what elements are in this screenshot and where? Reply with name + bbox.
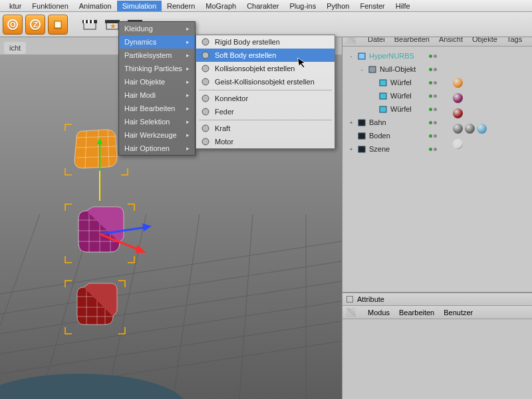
- action-icon: [200, 106, 211, 117]
- attr-menu-modus[interactable]: Modus: [368, 309, 390, 317]
- disclosure-icon[interactable]: -: [358, 66, 365, 72]
- tag-row[interactable]: [453, 106, 487, 120]
- material-ball-icon[interactable]: [453, 108, 463, 118]
- svg-rect-45: [358, 53, 365, 59]
- tool-o-button[interactable]: O: [3, 15, 23, 35]
- disclosure-icon[interactable]: [369, 79, 376, 86]
- svg-point-38: [202, 52, 209, 59]
- menu-item[interactable]: Hair Selektion: [119, 115, 195, 128]
- svg-marker-34: [142, 223, 152, 231]
- tool-clapper-icon[interactable]: [80, 15, 100, 35]
- submenu-item[interactable]: Motor: [196, 135, 334, 148]
- tree-label: Würfel: [390, 92, 412, 100]
- menu-fenster[interactable]: Fenster: [354, 1, 390, 11]
- tree-row[interactable]: -HyperNURBS: [344, 49, 531, 63]
- menu-ktur[interactable]: ktur: [4, 1, 27, 11]
- svg-text:O: O: [10, 21, 16, 29]
- menu-item[interactable]: Thinking Particles: [119, 62, 195, 75]
- menu-plug-ins[interactable]: Plug-ins: [284, 1, 321, 11]
- menu-charakter[interactable]: Charakter: [241, 1, 284, 11]
- material-ball-icon[interactable]: [453, 93, 463, 103]
- tree-row[interactable]: +Bahn: [344, 116, 531, 129]
- menu-funktionen[interactable]: Funktionen: [27, 1, 73, 11]
- tag-row[interactable]: [453, 122, 487, 135]
- menu-item[interactable]: Hair Optionen: [119, 142, 195, 155]
- attribute-title: Attribute: [357, 295, 384, 303]
- material-ball-icon[interactable]: [453, 78, 463, 88]
- menu-mograph[interactable]: MoGraph: [200, 1, 241, 11]
- action-icon: [200, 76, 211, 87]
- menu-python[interactable]: Python: [321, 1, 354, 11]
- menu-hilfe[interactable]: Hilfe: [390, 1, 416, 11]
- material-ball-icon[interactable]: [465, 124, 475, 134]
- submenu-item[interactable]: Soft Body erstellen: [196, 49, 334, 62]
- action-icon: [200, 50, 211, 61]
- svg-rect-7: [84, 20, 86, 23]
- tag-row[interactable]: [453, 91, 487, 104]
- menu-rendern[interactable]: Rendern: [162, 1, 200, 11]
- svg-rect-49: [380, 106, 386, 112]
- tool-z-button[interactable]: Z: [25, 15, 45, 35]
- tree-row[interactable]: Boden: [344, 129, 531, 142]
- attr-menu-benutzer[interactable]: Benutzer: [444, 309, 473, 317]
- menu-item[interactable]: Hair Objekte: [119, 75, 195, 88]
- material-ball-icon[interactable]: [453, 124, 463, 134]
- tree-row[interactable]: +Szene: [344, 142, 531, 156]
- svg-rect-47: [380, 80, 386, 86]
- menu-item[interactable]: Dynamics: [119, 35, 195, 49]
- tag-row[interactable]: [453, 137, 487, 150]
- tree-row[interactable]: Würfel: [344, 76, 531, 89]
- disclosure-icon[interactable]: [348, 132, 354, 139]
- disclosure-icon[interactable]: +: [348, 146, 354, 152]
- svg-point-41: [202, 95, 209, 102]
- submenu-item[interactable]: Kollisionsobjekt erstellen: [196, 62, 334, 75]
- submenu-item[interactable]: Rigid Body erstellen: [196, 35, 334, 49]
- disclosure-icon[interactable]: [369, 92, 376, 99]
- action-icon: [200, 63, 211, 74]
- dynamics-submenu[interactable]: Rigid Body erstellenSoft Body erstellenK…: [196, 35, 335, 149]
- tool-cube-button[interactable]: [48, 15, 68, 35]
- menu-animation[interactable]: Animation: [74, 1, 117, 11]
- svg-point-42: [202, 108, 209, 115]
- menu-item[interactable]: Hair Bearbeiten: [119, 102, 195, 115]
- tree-row[interactable]: Würfel: [344, 102, 531, 116]
- tree-label: HyperNURBS: [369, 52, 414, 60]
- tree-label: Würfel: [390, 78, 412, 86]
- object-tree[interactable]: -HyperNURBS-Null-ObjektWürfelWürfelWürfe…: [342, 47, 532, 293]
- simulation-menu[interactable]: KleidungDynamicsPartikelsystemThinking P…: [118, 21, 196, 156]
- menu-item[interactable]: Hair Werkzeuge: [119, 128, 195, 142]
- submenu-item[interactable]: Geist-Kollisionsobjekt erstellen: [196, 75, 334, 88]
- menu-simulation[interactable]: Simulation: [117, 1, 162, 11]
- svg-text:★: ★: [110, 22, 116, 30]
- menu-bar: kturFunktionenAnimationSimulationRendern…: [0, 0, 532, 12]
- tree-row[interactable]: Würfel: [344, 89, 531, 102]
- menu-item[interactable]: Kleidung: [119, 22, 195, 35]
- tag-row[interactable]: [453, 76, 487, 89]
- object-icon: [378, 91, 388, 100]
- main-toolbar: O Z ★: [0, 12, 532, 37]
- submenu-item[interactable]: Konnektor: [196, 92, 334, 105]
- action-icon: [200, 136, 211, 147]
- submenu-item[interactable]: Kraft: [196, 122, 334, 135]
- tree-row[interactable]: -Null-Objekt: [344, 63, 531, 76]
- svg-point-40: [202, 78, 209, 85]
- disclosure-icon[interactable]: [369, 106, 376, 112]
- material-ball-icon[interactable]: [453, 139, 463, 149]
- submenu-item[interactable]: Feder: [196, 105, 334, 118]
- svg-rect-48: [380, 93, 386, 99]
- svg-point-37: [202, 39, 209, 45]
- action-icon: [200, 37, 211, 47]
- tree-label: Szene: [369, 145, 390, 153]
- object-icon: [357, 144, 366, 154]
- menu-item[interactable]: Partikelsystem: [119, 49, 195, 62]
- disclosure-icon[interactable]: +: [348, 119, 354, 126]
- material-ball-icon[interactable]: [477, 124, 487, 134]
- attr-menu-bearbeiten[interactable]: Bearbeiten: [399, 309, 434, 317]
- svg-rect-46: [369, 66, 376, 72]
- right-panel: ObjekteStruktur DateiBearbeitenAnsichtOb…: [342, 17, 532, 399]
- view-tag: icht: [4, 42, 26, 54]
- svg-rect-5: [84, 23, 96, 29]
- menu-item[interactable]: Hair Modi: [119, 88, 195, 102]
- tree-label: Würfel: [390, 105, 412, 113]
- disclosure-icon[interactable]: -: [348, 53, 354, 59]
